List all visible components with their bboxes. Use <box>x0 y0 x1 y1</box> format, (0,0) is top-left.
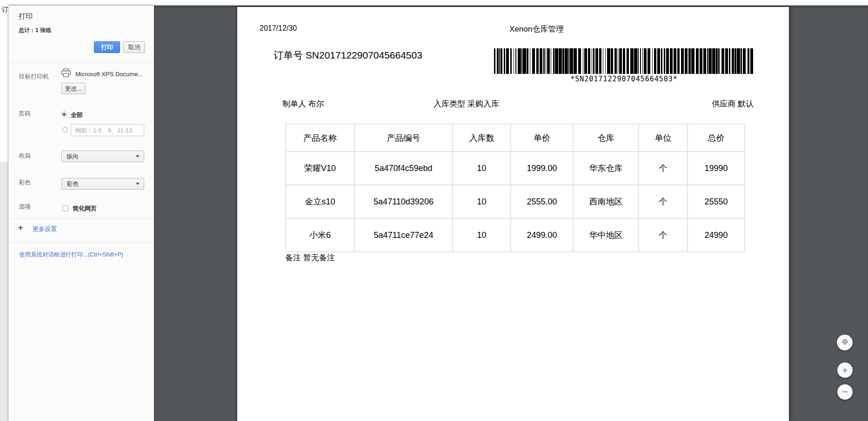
printer-icon <box>61 68 71 79</box>
layout-label: 布局 <box>19 152 31 160</box>
pages-all-radio[interactable] <box>61 112 67 117</box>
table-header-cell: 仓库 <box>573 124 639 151</box>
minus-icon: − <box>842 386 848 398</box>
items-table-header: 产品名称产品编号入库数单价仓库单位总价 <box>286 124 745 151</box>
table-cell: 1999.00 <box>511 151 573 185</box>
screen: 订 打印 总计：1 张纸 打印 取消 目标打印机 Microsoft XPS D… <box>0 0 868 421</box>
pages-label: 页码 <box>19 110 31 118</box>
pages-range-input[interactable] <box>71 124 144 136</box>
total-sheets-label: 总计：1 张纸 <box>19 26 51 34</box>
pages-all-label: 全部 <box>71 111 83 119</box>
table-cell: 5a4711ce77e24 <box>354 218 453 252</box>
table-header-cell: 产品名称 <box>286 124 354 151</box>
simplify-page-checkbox[interactable] <box>62 205 68 211</box>
table-cell: 2499.00 <box>511 218 573 252</box>
separator <box>9 242 154 243</box>
zoom-in-button[interactable]: + <box>837 362 853 378</box>
plus-icon: + <box>18 223 23 233</box>
table-cell: 华中地区 <box>573 218 639 252</box>
fit-to-page-button[interactable] <box>837 335 853 350</box>
color-select-value: 彩色 <box>67 180 79 188</box>
meta-creator: 制单人 布尔 <box>282 99 324 109</box>
plus-icon: + <box>842 365 848 376</box>
table-cell: 华东仓库 <box>573 151 639 185</box>
print-button[interactable]: 打印 <box>94 41 120 53</box>
items-table: 产品名称产品编号入库数单价仓库单位总价 荣耀V105a470f4c59ebd10… <box>285 124 745 252</box>
order-number-line: 订单号 SN2017122907045664503 <box>274 49 422 62</box>
print-preview-overlay: 打印 总计：1 张纸 打印 取消 目标打印机 Microsoft XPS Doc… <box>8 5 868 421</box>
color-label: 彩色 <box>19 178 31 187</box>
preview-page: 2017/12/30 Xenon仓库管理 订单号 SN2017122907045… <box>237 7 789 421</box>
system-print-dialog-link[interactable]: 使用系统对话框进行打印...(Ctrl+Shift+P) <box>19 251 123 259</box>
table-header-cell: 入库数 <box>453 124 511 151</box>
pages-range-radio[interactable] <box>62 127 68 132</box>
meta-supplier: 供应商 默认 <box>712 99 754 109</box>
meta-stock-in-type: 入库类型 采购入库 <box>434 99 499 109</box>
barcode: *SN2017122907045664503* <box>494 48 754 83</box>
table-cell: 荣耀V10 <box>286 151 354 185</box>
document-date: 2017/12/30 <box>260 24 297 33</box>
table-cell: 10 <box>453 185 511 218</box>
more-settings-link[interactable]: 更多设置 <box>33 225 57 233</box>
table-header-cell: 产品编号 <box>354 124 453 151</box>
layout-select-value: 纵向 <box>67 152 79 161</box>
table-row: 小米65a4711ce77e24102499.00华中地区个24990 <box>286 218 745 252</box>
table-header-cell: 单价 <box>511 124 573 151</box>
table-cell: 个 <box>639 185 688 218</box>
table-cell: 25550 <box>688 185 745 218</box>
print-dialog-title: 打印 <box>19 12 33 21</box>
barcode-image <box>494 48 754 74</box>
chevron-down-icon <box>136 183 140 185</box>
change-printer-button[interactable]: 更改... <box>61 83 86 94</box>
simplify-page-label: 简化网页 <box>73 204 97 213</box>
cancel-button[interactable]: 取消 <box>123 41 145 53</box>
zoom-out-button[interactable]: − <box>837 384 853 400</box>
table-cell: 10 <box>453 151 511 185</box>
table-row: 荣耀V105a470f4c59ebd101999.00华东仓库个19990 <box>286 151 745 185</box>
table-cell: 5a470f4c59ebd <box>354 151 453 185</box>
underlying-page-background <box>0 162 8 421</box>
destination-row: Microsoft XPS Docume... <box>61 68 143 79</box>
barcode-label: *SN2017122907045664503* <box>494 75 754 83</box>
color-select[interactable]: 彩色 <box>61 178 144 190</box>
table-header-cell: 单位 <box>639 124 688 151</box>
print-preview-area: 2017/12/30 Xenon仓库管理 订单号 SN2017122907045… <box>154 6 868 421</box>
table-cell: 5a47110d39206 <box>354 185 453 218</box>
print-dialog-panel: 打印 总计：1 张纸 打印 取消 目标打印机 Microsoft XPS Doc… <box>8 6 154 421</box>
separator <box>9 218 154 219</box>
underlying-page-text: 订 <box>2 6 8 14</box>
items-table-body: 荣耀V105a470f4c59ebd101999.00华东仓库个19990金立s… <box>286 151 745 252</box>
chevron-down-icon <box>136 155 140 158</box>
table-row: 金立s105a47110d39206102555.00西南地区个25550 <box>286 185 745 218</box>
table-cell: 个 <box>639 218 688 252</box>
fit-to-page-icon <box>841 338 848 347</box>
destination-label: 目标打印机 <box>19 72 49 81</box>
table-cell: 19990 <box>688 151 745 185</box>
destination-printer-name: Microsoft XPS Docume... <box>75 71 143 78</box>
table-cell: 小米6 <box>286 218 354 252</box>
table-cell: 24990 <box>688 218 745 252</box>
separator <box>9 62 154 63</box>
table-cell: 西南地区 <box>573 185 639 218</box>
table-cell: 金立s10 <box>286 185 354 218</box>
document-app-title: Xenon仓库管理 <box>509 24 564 34</box>
table-cell: 个 <box>639 151 688 185</box>
table-header-cell: 总价 <box>688 124 745 151</box>
remark-line: 备注 暂无备注 <box>285 252 335 263</box>
options-label: 选项 <box>19 203 31 211</box>
layout-select[interactable]: 纵向 <box>61 151 144 162</box>
table-cell: 10 <box>453 218 511 252</box>
table-cell: 2555.00 <box>511 185 573 218</box>
